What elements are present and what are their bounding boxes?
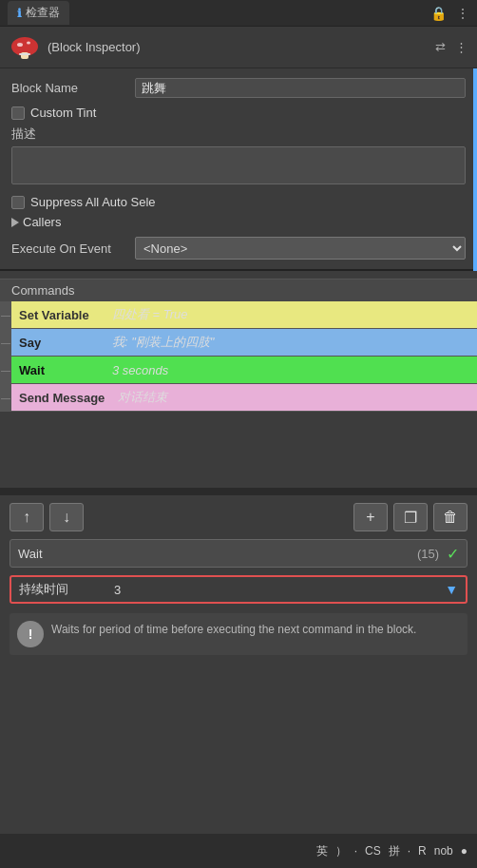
svg-point-2 <box>27 41 30 44</box>
cmd-handle-2: — <box>0 329 11 356</box>
duration-input[interactable] <box>114 583 445 597</box>
toolbar-row: ↑ ↓ + ❐ 🗑 <box>10 503 467 531</box>
info-row: ! Waits for period of time before execut… <box>10 613 467 655</box>
move-down-button[interactable]: ↓ <box>49 503 84 531</box>
table-row[interactable]: — Send Message 对话结束 <box>0 384 477 412</box>
tab-label: 检查器 <box>26 5 60 21</box>
copy-command-button[interactable]: ❐ <box>393 503 428 531</box>
callers-triangle-icon <box>11 218 19 227</box>
wait-label: Wait <box>18 547 417 561</box>
cmd-value-4: 对话结束 <box>112 385 477 410</box>
taskbar-pin: 拼 <box>389 843 400 859</box>
add-command-button[interactable]: + <box>353 503 388 531</box>
tab-bar-right: 🔒 ⋮ <box>430 6 469 21</box>
delete-command-button[interactable]: 🗑 <box>433 503 467 531</box>
info-text: Waits for period of time before executin… <box>51 621 416 638</box>
taskbar-nob: nob <box>434 844 453 858</box>
cmd-name-4: Send Message <box>11 387 112 409</box>
block-name-row: Block Name <box>11 78 466 98</box>
execute-event-row: Execute On Event <None> <box>11 237 466 260</box>
custom-tint-label: Custom Tint <box>30 106 96 120</box>
commands-section: Commands — Set Variable 四处看 = True — Say… <box>0 279 477 412</box>
wait-count: (15) <box>417 547 439 561</box>
toolbar-right: + ❐ 🗑 <box>353 503 467 531</box>
window-header: (Block Inspector) ⇄ ⋮ <box>0 27 477 68</box>
cmd-value-1: 四处看 = True <box>106 302 477 327</box>
taskbar: 英 ） · CS 拼 · R nob ● <box>0 834 477 868</box>
tab-bar: ℹ 检查器 🔒 ⋮ <box>0 0 477 27</box>
cmd-handle-4: — <box>0 384 11 411</box>
cmd-name-3: Wait <box>11 359 106 381</box>
custom-tint-row: Custom Tint <box>11 106 466 120</box>
suppress-checkbox[interactable] <box>11 196 25 209</box>
info-tab-icon: ℹ <box>17 7 22 20</box>
callers-label: Callers <box>23 215 61 229</box>
empty-space <box>0 412 477 488</box>
more-icon[interactable]: ⋮ <box>455 40 467 54</box>
panel-divider <box>0 488 477 495</box>
table-row[interactable]: — Wait 3 seconds <box>0 357 477 384</box>
move-up-button[interactable]: ↑ <box>10 503 44 531</box>
custom-tint-checkbox[interactable] <box>11 106 25 120</box>
inspector-tab[interactable]: ℹ 检查器 <box>8 1 69 25</box>
callers-row[interactable]: Callers <box>11 215 466 229</box>
execute-event-select[interactable]: <None> <box>135 237 466 260</box>
commands-header: Commands <box>0 280 477 301</box>
wait-row: Wait (15) ✓ <box>10 539 467 568</box>
cmd-value-3: 3 seconds <box>106 359 477 381</box>
desc-textarea[interactable] <box>11 146 466 184</box>
cmd-name-1: Set Variable <box>11 304 106 326</box>
taskbar-sep1: ） <box>335 843 347 859</box>
window-title: (Block Inspector) <box>48 40 141 54</box>
desc-label: 描述 <box>11 125 466 143</box>
taskbar-cs: CS <box>365 844 381 858</box>
taskbar-r: R <box>418 844 427 858</box>
duration-dropdown-icon[interactable]: ▼ <box>445 582 458 597</box>
right-accent-bar <box>473 68 477 271</box>
wait-checkmark[interactable]: ✓ <box>447 545 459 563</box>
taskbar-circle: ● <box>461 844 467 858</box>
duration-row[interactable]: 持续时间 ▼ <box>10 575 467 604</box>
table-row[interactable]: — Set Variable 四处看 = True <box>0 301 477 329</box>
suppress-label: Suppress All Auto Sele <box>30 195 156 209</box>
taskbar-dot2: · <box>408 844 410 858</box>
cmd-value-2: 我: "刚装上的四肢" <box>106 330 477 355</box>
duration-label: 持续时间 <box>19 581 114 598</box>
block-name-input[interactable] <box>135 78 466 98</box>
lock-icon[interactable]: 🔒 <box>430 6 447 21</box>
menu-icon[interactable]: ⋮ <box>456 6 469 21</box>
bottom-panel: ↑ ↓ + ❐ 🗑 Wait (15) ✓ 持续时间 ▼ ! Waits for… <box>0 495 477 663</box>
cmd-handle-3: — <box>0 357 11 383</box>
info-circle-icon: ! <box>17 621 44 647</box>
suppress-row: Suppress All Auto Sele <box>11 195 466 209</box>
cmd-name-2: Say <box>11 332 106 354</box>
inspector-panel: Block Name Custom Tint 描述 Suppress All A… <box>0 68 477 271</box>
window-header-right: ⇄ ⋮ <box>435 40 467 54</box>
svg-rect-4 <box>19 53 30 55</box>
sort-icon[interactable]: ⇄ <box>435 40 446 54</box>
taskbar-dot1: · <box>354 844 357 858</box>
block-name-label: Block Name <box>11 81 135 95</box>
svg-point-1 <box>17 43 23 47</box>
table-row[interactable]: — Say 我: "刚装上的四肢" <box>0 329 477 357</box>
execute-event-label: Execute On Event <box>11 241 135 256</box>
cmd-handle-1: — <box>0 301 11 328</box>
mushroom-icon <box>10 32 40 63</box>
taskbar-lang: 英 <box>316 843 328 859</box>
